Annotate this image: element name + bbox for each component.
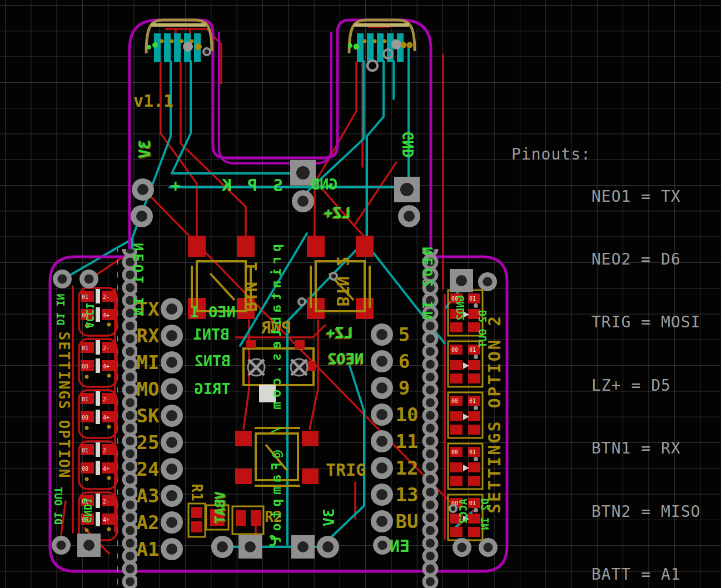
silk-label-trig-net: TRIG [194, 381, 230, 396]
pinout-row: BTN2 = MISO [591, 501, 700, 522]
pin-label-10: 10 [396, 405, 419, 424]
pinout-row: BTN1 = RX [591, 438, 700, 459]
footprint-r2 [232, 506, 263, 534]
silk-label-gnd2: GND2 [455, 295, 466, 321]
silk-label-r1: R1 [190, 484, 204, 501]
silk-label-gnd1: GND1 [82, 497, 93, 523]
silk-label-c-mark: C [268, 534, 277, 549]
silk-label-neo-1: NEO 1 [190, 305, 235, 320]
silk-label-gnd-top: GND [311, 177, 338, 192]
pin-label-bu: BU [396, 512, 419, 531]
pin-label-11: 11 [396, 432, 419, 451]
silk-label-d2-out: D2 OUT [478, 310, 488, 348]
pin-label-9: 9 [399, 378, 410, 397]
notch-inner-edge [219, 32, 331, 163]
pinouts-heading: Pinouts: [511, 144, 591, 165]
silk-label-neo2: NEO2 [327, 351, 364, 366]
pin-label-13: 13 [396, 485, 419, 504]
silk-label-btn1-net: BTN1 [193, 327, 229, 342]
pin-label-mi: MI [137, 353, 160, 372]
silk-label-lz-top: LZ+ [324, 205, 351, 220]
silk-label-settings-right: SETTINGS OPTION 2 [486, 315, 503, 514]
silk-label-en: EN [390, 538, 410, 555]
pinouts-list: NEO1 = TX NEO2 = D6 TRIG = MOSI LZ+ = D5… [591, 144, 700, 588]
pinout-row: NEO2 = D6 [591, 249, 700, 270]
silk-label-neo2-in: NEO2 IN [421, 247, 435, 322]
silk-label-d1-in: D1 IN [55, 293, 66, 325]
silk-label-btn2-ref: BTN 2 [334, 256, 351, 306]
silk-label-vbat: VBAT [213, 491, 227, 524]
pin-label-a3: A3 [137, 486, 160, 505]
pin-label-5: 5 [399, 325, 410, 344]
silk-label-d2-in: D2 IN [480, 498, 490, 530]
footprint-r1 [188, 504, 205, 537]
silk-label-credit: printables.com / @Famptol [270, 244, 283, 547]
silk-label-lz-mid: LZ+ [326, 325, 354, 340]
pcb-canvas[interactable]: 01 2- 00 4+ 00 01 [0, 0, 721, 588]
silk-label-btn2-net: BTN2 [194, 353, 230, 368]
pin-label-rx: RX [137, 326, 160, 345]
pin-label-a1: A1 [137, 540, 160, 559]
pin-label-mo: MO [137, 380, 160, 398]
pinout-row: NEO1 = TX [591, 186, 700, 207]
pin-label-24: 24 [137, 460, 160, 479]
pin-label-sk: SK [137, 406, 160, 425]
silk-label-gnd-right: GND [401, 132, 416, 158]
usb-connector-left [146, 20, 212, 62]
silk-label-acc2: ACC2 [458, 499, 469, 524]
silk-label-spk: - SPK + [155, 177, 334, 194]
silk-label-3v-bottom: 3V [321, 509, 336, 527]
pin-label-6: 6 [399, 352, 410, 371]
pinout-row: LZ+ = D5 [591, 375, 700, 396]
silk-label-settings-left: SETTINGS OPTION [57, 332, 71, 479]
silk-label-acc1: ACC1 [84, 303, 95, 328]
silk-label-trig: TRIG [326, 462, 366, 479]
silk-label-neo1-in: NEO1 IN [132, 243, 146, 318]
silk-label-d1-out: D1 OUT [53, 487, 63, 525]
pin-label-25: 25 [137, 433, 160, 452]
pin-label-12: 12 [396, 459, 419, 477]
silk-label-3v-top: 3V [137, 139, 153, 158]
silk-label-btn1-ref: BTN 1 [243, 262, 260, 312]
pin-label-a2: A2 [137, 513, 160, 532]
pinout-row: TRIG = MOSI [591, 312, 700, 333]
silk-version: v1.1 [133, 93, 173, 109]
pinout-row: BATT = A1 [591, 564, 700, 585]
